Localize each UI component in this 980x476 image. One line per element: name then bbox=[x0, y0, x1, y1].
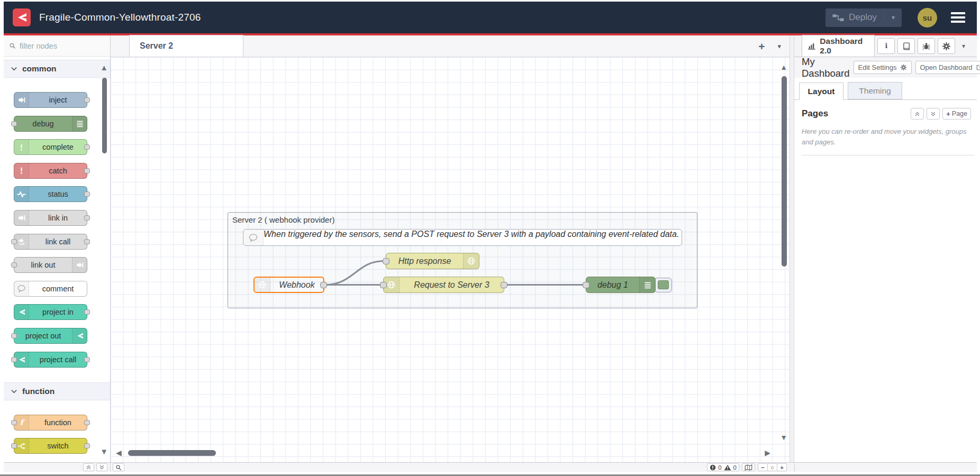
external-link-icon bbox=[976, 64, 980, 71]
open-dashboard-button[interactable]: Open Dashboard bbox=[915, 61, 980, 74]
pulse-icon bbox=[14, 187, 29, 202]
canvas-scroll-down-arrow[interactable]: ▼ bbox=[780, 434, 787, 441]
output-port[interactable] bbox=[320, 282, 327, 288]
palette-node-project-in[interactable]: project in bbox=[14, 304, 87, 320]
palette-node-inject[interactable]: inject bbox=[14, 92, 87, 108]
palette-node-project-out[interactable]: project out bbox=[14, 328, 87, 344]
chevron-down-icon bbox=[11, 389, 17, 393]
right-sidebar: Dashboard 2.0 i ▾ My Dashboard bbox=[794, 35, 977, 462]
canvas-scroll-left-arrow[interactable]: ◀ bbox=[116, 449, 122, 456]
palette-node-link-out[interactable]: link out bbox=[14, 257, 87, 273]
pages-section-header: Pages + Page bbox=[794, 100, 977, 120]
error-circle-icon bbox=[710, 464, 716, 471]
add-flow-button[interactable]: + bbox=[758, 41, 765, 52]
input-port bbox=[11, 121, 17, 126]
main-menu-button[interactable] bbox=[951, 12, 965, 23]
palette-scrollbar-thumb[interactable] bbox=[102, 78, 107, 153]
flow-list-caret[interactable]: ▾ bbox=[777, 42, 781, 50]
palette-node-link-in[interactable]: link in bbox=[14, 210, 87, 226]
sidebar-tab-help[interactable] bbox=[897, 38, 915, 54]
wire-webhook-to-http-response[interactable] bbox=[325, 261, 384, 285]
tab-theming[interactable]: Theming bbox=[848, 82, 902, 99]
edit-settings-button[interactable]: Edit Settings bbox=[854, 61, 912, 74]
inject-arrow-icon bbox=[14, 93, 29, 107]
input-port[interactable] bbox=[383, 258, 389, 264]
palette-scroll-down-arrow[interactable]: ▼ bbox=[100, 447, 108, 456]
palette-node-project-call[interactable]: project call bbox=[14, 352, 87, 368]
hamburger-icon bbox=[951, 12, 965, 14]
output-port bbox=[84, 191, 90, 197]
sidebar-tab-info[interactable]: i bbox=[877, 38, 895, 54]
palette-collapse-all-button[interactable] bbox=[83, 463, 94, 471]
input-port[interactable] bbox=[583, 282, 589, 288]
node-request-to-server-3[interactable]: Request to Server 3 bbox=[383, 277, 504, 293]
palette-node-link-call[interactable]: link call bbox=[14, 234, 87, 250]
node-webhook[interactable]: Webhook bbox=[253, 277, 324, 293]
tab-layout[interactable]: Layout bbox=[799, 83, 843, 100]
palette-node-switch[interactable]: switch bbox=[14, 438, 87, 454]
canvas-search-button[interactable] bbox=[113, 463, 124, 471]
canvas-scroll-right-arrow[interactable]: ▶ bbox=[765, 449, 770, 456]
palette-scroll-up-arrow[interactable]: ▲ bbox=[100, 63, 108, 72]
sidebar-tab-config[interactable] bbox=[938, 38, 955, 54]
palette-node-function[interactable]: f function bbox=[14, 415, 87, 431]
pages-heading: Pages bbox=[802, 108, 908, 119]
canvas-scroll-up-arrow[interactable]: ▲ bbox=[780, 63, 787, 71]
palette-node-catch[interactable]: catch bbox=[14, 163, 87, 179]
navigator-toggle-button[interactable] bbox=[742, 463, 755, 471]
zoom-reset-button[interactable]: ○ bbox=[767, 463, 777, 471]
chevron-down-icon bbox=[11, 67, 17, 71]
node-debug-1[interactable]: debug 1 bbox=[586, 277, 656, 293]
notifications-counter[interactable]: 0 0 bbox=[707, 463, 739, 471]
canvas-vertical-scrollbar-thumb[interactable] bbox=[782, 76, 787, 267]
sidebar-resize-handle[interactable] bbox=[790, 35, 794, 462]
sidebar-tab-debug[interactable] bbox=[918, 38, 935, 54]
comment-bubble-icon bbox=[243, 230, 264, 245]
add-page-button[interactable]: + Page bbox=[942, 108, 971, 120]
svg-text:f: f bbox=[20, 418, 25, 426]
link-arrow-icon bbox=[14, 210, 29, 225]
move-page-up-button[interactable] bbox=[911, 108, 924, 120]
palette-category-common[interactable]: common bbox=[4, 60, 110, 78]
palette-node-debug[interactable]: debug bbox=[14, 116, 87, 132]
plus-icon: + bbox=[946, 110, 950, 118]
comment-node[interactable]: When triggered by the sensors, send a PO… bbox=[243, 229, 682, 246]
workspace-area: Server 2 + ▾ Server 2 ( webhook provider… bbox=[111, 35, 790, 462]
palette-expand-all-button[interactable] bbox=[96, 463, 107, 471]
output-port[interactable] bbox=[501, 282, 507, 288]
zoom-out-button[interactable]: − bbox=[758, 463, 768, 471]
node-http-response[interactable]: Http response bbox=[386, 253, 479, 269]
palette-node-complete[interactable]: complete bbox=[14, 139, 87, 155]
input-port bbox=[11, 443, 17, 448]
node-red-logo bbox=[13, 8, 31, 26]
app-window: Fragile-Common-Yellowthroat-2706 Deploy … bbox=[4, 2, 977, 472]
comment-text: When triggered by the sensors, send a PO… bbox=[264, 230, 679, 245]
output-port bbox=[84, 420, 90, 425]
deploy-options-caret[interactable]: ▾ bbox=[884, 14, 902, 21]
flow-canvas[interactable]: Server 2 ( webhook provider) When trigge… bbox=[111, 57, 790, 462]
deploy-button[interactable]: Deploy ▾ bbox=[825, 8, 902, 27]
book-icon bbox=[902, 42, 911, 51]
sidebar-footer bbox=[794, 463, 977, 472]
debug-toggle-button[interactable] bbox=[654, 278, 672, 292]
sidebar-tab-dashboard[interactable]: Dashboard 2.0 bbox=[802, 35, 875, 57]
workspace-tab-server-2[interactable]: Server 2 bbox=[129, 35, 243, 57]
palette-node-status[interactable]: status bbox=[14, 186, 87, 202]
pages-description: Here you can re-order and move your widg… bbox=[802, 126, 967, 147]
user-avatar[interactable]: su bbox=[918, 8, 937, 28]
canvas-horizontal-scrollbar-thumb[interactable] bbox=[128, 450, 216, 456]
input-port[interactable] bbox=[380, 282, 387, 288]
palette-search[interactable] bbox=[4, 35, 110, 57]
warning-count: 0 bbox=[733, 464, 737, 471]
warning-triangle-icon bbox=[724, 464, 731, 471]
debug-list-icon bbox=[72, 116, 87, 131]
palette-category-function[interactable]: function bbox=[4, 382, 110, 400]
sidebar-tabs-caret[interactable]: ▾ bbox=[962, 42, 965, 50]
zoom-in-button[interactable]: + bbox=[777, 463, 787, 471]
zoom-controls: − ○ + bbox=[758, 463, 787, 471]
node-palette: common inject debug complete bbox=[4, 35, 111, 462]
gear-icon bbox=[900, 64, 907, 71]
move-page-down-button[interactable] bbox=[927, 108, 940, 120]
palette-node-comment[interactable]: comment bbox=[14, 281, 87, 297]
palette-filter-input[interactable] bbox=[20, 42, 86, 50]
